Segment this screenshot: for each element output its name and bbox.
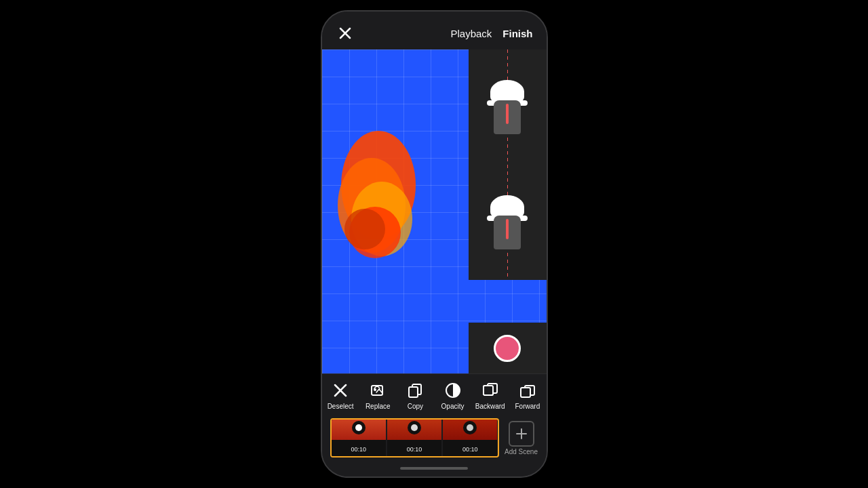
add-scene-button[interactable]: Add Scene: [505, 421, 538, 455]
toolbar: Deselect Replace Copy: [322, 373, 547, 414]
copy-icon: [406, 381, 425, 400]
add-scene-icon: [509, 421, 534, 447]
opacity-label: Opacity: [441, 403, 465, 410]
replace-button[interactable]: Replace: [363, 381, 393, 410]
timeline-clips: 00:10 00:10: [330, 418, 499, 458]
deselect-icon: [331, 381, 350, 400]
svg-point-10: [374, 388, 376, 391]
chef-figure-top: [469, 49, 547, 165]
backward-icon: [481, 381, 500, 400]
forward-button[interactable]: Forward: [513, 381, 542, 410]
home-indicator: [322, 463, 547, 476]
forward-label: Forward: [515, 403, 540, 410]
chef-body-mid: [494, 216, 521, 249]
replace-label: Replace: [366, 403, 391, 410]
svg-rect-12: [409, 387, 418, 397]
video-clip-top[interactable]: [469, 49, 547, 165]
video-clip-bottom[interactable]: [469, 323, 547, 373]
timeline-clip-2[interactable]: 00:10: [387, 420, 441, 456]
playback-button[interactable]: Playback: [450, 28, 492, 39]
canvas-area: [322, 49, 547, 373]
timeline-clip-3[interactable]: 00:10: [443, 420, 497, 456]
phone-frame: Playback Finish: [321, 10, 548, 478]
timeline-clip-1[interactable]: 00:10: [332, 420, 386, 456]
chef-figure-mid: [469, 165, 547, 280]
video-clip-mid[interactable]: [469, 165, 547, 280]
timeline: 00:10 00:10: [322, 414, 547, 463]
header-actions: Playback Finish: [450, 28, 532, 39]
svg-rect-9: [372, 386, 382, 395]
fire-layer[interactable]: [334, 124, 429, 260]
copy-button[interactable]: Copy: [400, 381, 430, 410]
svg-point-6: [344, 209, 385, 249]
finish-button[interactable]: Finish: [502, 28, 532, 39]
header: Playback Finish: [322, 12, 547, 49]
close-button[interactable]: [336, 24, 355, 43]
add-scene-label: Add Scene: [505, 448, 538, 455]
pink-circle: [494, 335, 521, 362]
forward-icon: [518, 381, 537, 400]
replace-icon: [368, 381, 387, 400]
chef-body-top: [494, 100, 521, 134]
deselect-label: Deselect: [328, 403, 354, 410]
home-bar: [400, 467, 468, 470]
svg-rect-16: [484, 386, 493, 395]
copy-label: Copy: [408, 403, 423, 410]
deselect-button[interactable]: Deselect: [326, 381, 355, 410]
opacity-button[interactable]: Opacity: [438, 381, 468, 410]
clip3-time: 00:10: [462, 446, 478, 453]
backward-button[interactable]: Backward: [475, 381, 505, 410]
svg-rect-18: [521, 388, 530, 397]
clip2-time: 00:10: [407, 446, 422, 453]
clip1-time: 00:10: [351, 446, 366, 453]
canvas-grid: [322, 49, 547, 373]
backward-label: Backward: [475, 403, 505, 410]
opacity-icon: [443, 381, 462, 400]
